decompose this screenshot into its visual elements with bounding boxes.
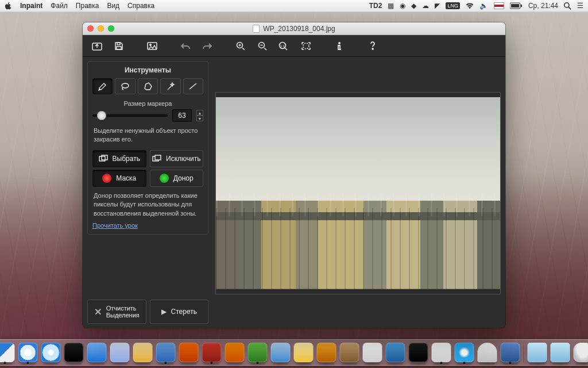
status-bullet-icon[interactable]: ◉ — [400, 2, 405, 10]
image-viewport[interactable] — [215, 92, 501, 294]
apple-menu[interactable] — [5, 2, 12, 10]
dock-app-23[interactable] — [501, 343, 520, 362]
tool-magic[interactable] — [160, 78, 180, 94]
cloud-icon[interactable]: ☁ — [422, 2, 429, 10]
svg-point-14 — [303, 43, 309, 49]
dock-app-12[interactable] — [248, 343, 268, 362]
dock-app-6[interactable] — [110, 343, 130, 362]
svg-rect-21 — [155, 155, 161, 160]
undo-button[interactable] — [177, 39, 194, 53]
status-grid-icon[interactable]: ▦ — [388, 2, 394, 10]
info-button[interactable] — [331, 39, 348, 53]
dock-app-4[interactable] — [64, 343, 84, 362]
redo-button[interactable] — [199, 39, 216, 53]
svg-point-16 — [372, 48, 374, 49]
save-button[interactable] — [110, 39, 127, 53]
app-menu[interactable]: Inpaint — [20, 2, 42, 10]
zoom-out-button[interactable] — [254, 39, 271, 53]
picture-button[interactable] — [144, 39, 161, 53]
tool-marker[interactable] — [92, 78, 113, 94]
dock-app-5[interactable] — [87, 343, 107, 362]
svg-rect-7 — [117, 47, 121, 49]
tool-polygon[interactable] — [138, 78, 158, 94]
window-title: WP_20130918_004.jpg — [83, 25, 505, 33]
svg-point-15 — [338, 42, 340, 44]
dock-finder[interactable] — [0, 343, 15, 362]
help-button[interactable] — [364, 39, 381, 53]
mask-color-icon — [102, 174, 111, 183]
clear-selection-button[interactable]: ✕ ОтчиститьВыделения — [87, 300, 146, 324]
exclude-icon — [152, 155, 161, 163]
menu-view[interactable]: Вид — [107, 2, 119, 10]
menu-edit[interactable]: Правка — [76, 2, 99, 10]
erase-button[interactable]: ▶ Стереть — [150, 300, 209, 324]
dock-app-17[interactable] — [363, 343, 382, 362]
select-mode-button[interactable]: Выбрать — [92, 150, 146, 167]
exclude-mode-button[interactable]: Исключить — [150, 150, 204, 167]
dock-app-19[interactable] — [409, 343, 428, 362]
hint-paint-object: Выделите ненужный объект просто закрасив… — [92, 122, 203, 148]
marker-size-stepper[interactable]: ▲▼ — [196, 110, 203, 121]
menubar-clock[interactable]: Ср, 21:44 — [528, 2, 558, 10]
dock-itunes[interactable] — [41, 343, 61, 362]
dock-app-11[interactable] — [225, 343, 245, 362]
donor-button[interactable]: Донор — [150, 170, 204, 187]
dock-app-15[interactable] — [317, 343, 336, 362]
status-diamond-icon[interactable]: ◆ — [411, 2, 416, 10]
svg-line-4 — [568, 7, 571, 9]
document-icon — [253, 25, 260, 33]
edited-image — [216, 97, 500, 289]
dock-app-22[interactable] — [478, 343, 497, 362]
zoom-actual-button[interactable]: 1:1 — [276, 39, 293, 53]
svg-point-9 — [150, 44, 152, 45]
dock-trash[interactable] — [574, 343, 589, 362]
dock-app-16[interactable] — [340, 343, 359, 362]
dock-app-13[interactable] — [271, 343, 291, 362]
open-button[interactable] — [88, 39, 106, 53]
dock-app-20[interactable] — [432, 343, 451, 362]
play-icon: ▶ — [161, 308, 167, 316]
dock-folder-1[interactable] — [528, 343, 547, 362]
menu-help[interactable]: Справка — [127, 2, 154, 10]
svg-rect-18 — [99, 156, 105, 161]
dock-app-14[interactable] — [294, 343, 314, 362]
dock-folder-2[interactable] — [551, 343, 570, 362]
marker-size-value[interactable]: 63 — [172, 109, 192, 122]
dock-separator — [524, 345, 524, 362]
zoom-in-button[interactable] — [232, 39, 249, 53]
select-icon — [99, 155, 108, 163]
wifi-icon[interactable] — [466, 2, 474, 9]
svg-text:1:1: 1:1 — [280, 44, 285, 47]
zoom-fit-button[interactable] — [297, 39, 315, 53]
tools-heading: Инструменты — [92, 66, 203, 74]
main-toolbar: 1:1 — [83, 35, 505, 57]
spotlight-icon[interactable] — [564, 2, 571, 10]
dock-app-8[interactable] — [156, 343, 176, 362]
hint-donor: Донор позволяет определить какие пикселы… — [92, 187, 203, 221]
tutorial-link[interactable]: Прочитать урок — [92, 222, 138, 229]
keyboard-flag-icon[interactable] — [494, 2, 504, 9]
tool-line[interactable] — [183, 78, 203, 94]
menu-file[interactable]: Файл — [51, 2, 68, 10]
marker-size-slider[interactable] — [92, 113, 168, 118]
dock-app-7[interactable] — [133, 343, 153, 362]
volume-icon[interactable]: 🔈 — [479, 2, 488, 10]
dock-safari[interactable] — [18, 343, 38, 362]
macos-dock — [0, 339, 588, 366]
svg-rect-19 — [102, 155, 107, 160]
dock-skype[interactable] — [455, 343, 474, 362]
window-titlebar[interactable]: WP_20130918_004.jpg — [83, 22, 505, 35]
canvas-area — [213, 57, 505, 328]
notifications-icon[interactable]: ☰ — [577, 2, 583, 10]
tool-lasso[interactable] — [115, 78, 135, 94]
svg-rect-2 — [511, 4, 519, 7]
lang-indicator[interactable]: LNG — [446, 2, 460, 9]
status-flag-icon[interactable]: ◤ — [435, 2, 440, 10]
dock-app-9[interactable] — [179, 343, 199, 362]
mask-button[interactable]: Маска — [92, 170, 146, 187]
dock-app-18[interactable] — [386, 343, 405, 362]
td-indicator[interactable]: TD2 — [369, 2, 382, 10]
battery-icon[interactable] — [510, 2, 523, 9]
donor-color-icon — [160, 174, 169, 183]
dock-app-10[interactable] — [202, 343, 222, 362]
